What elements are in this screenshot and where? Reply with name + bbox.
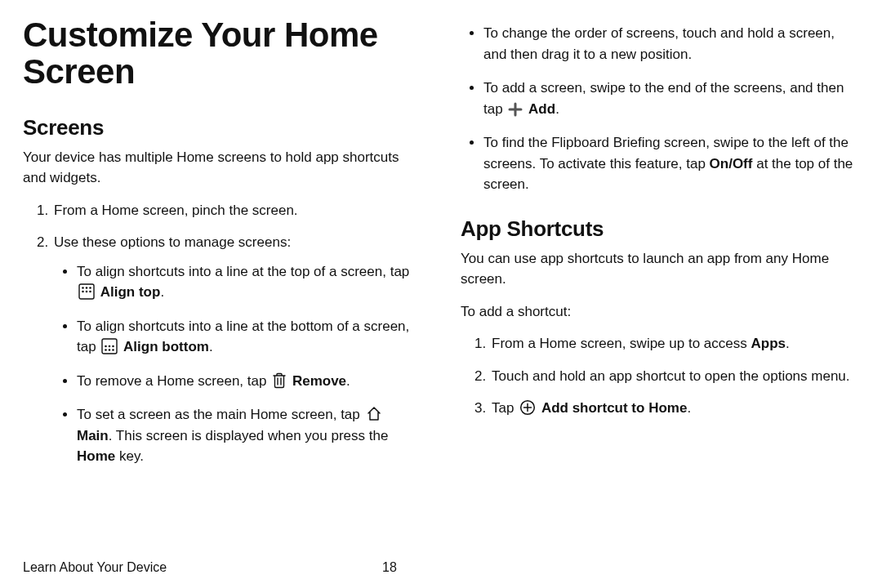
align-top-icon	[78, 283, 95, 300]
left-column: Customize Your Home Screen Screens Your …	[23, 16, 421, 554]
screens-step-2: Use these options to manage screens: To …	[52, 232, 421, 467]
svg-point-3	[89, 287, 91, 289]
svg-point-1	[82, 287, 84, 289]
apps-step-3: Tap Add shortcut to Home.	[490, 398, 859, 419]
svg-point-6	[89, 291, 91, 293]
plus-icon	[508, 102, 523, 117]
page-title: Customize Your Home Screen	[23, 16, 421, 91]
apps-step-1-label: Apps	[751, 336, 786, 351]
screens-steps: From a Home screen, pinch the screen. Us…	[52, 200, 421, 467]
bullet-align-top-text: To align shortcuts into a line at the to…	[77, 264, 409, 279]
bullet-main: To set a screen as the main Home screen,…	[77, 404, 421, 467]
bullet-align-top-period: .	[160, 284, 164, 300]
app-shortcuts-lead: To add a shortcut:	[461, 301, 859, 323]
bullet-remove-label: Remove	[292, 373, 346, 389]
bullet-align-bottom-period: .	[209, 339, 213, 354]
bullet-add-screen: To add a screen, swipe to the end of the…	[483, 78, 859, 119]
screens-step-1: From a Home screen, pinch the screen.	[52, 200, 421, 221]
apps-step-1-text: From a Home screen, swipe up to access	[492, 336, 751, 351]
svg-point-13	[113, 349, 115, 351]
bullet-main-home-key: Home	[77, 448, 115, 464]
apps-step-2: Touch and hold an app shortcut to open t…	[490, 366, 859, 387]
svg-point-11	[105, 349, 108, 351]
bullet-add-screen-label: Add	[528, 101, 555, 117]
svg-point-12	[109, 349, 111, 351]
page-footer: Learn About Your Device 18	[23, 554, 859, 575]
svg-point-9	[109, 345, 111, 348]
bullet-flipboard-label: On/Off	[710, 156, 753, 172]
trash-icon	[272, 372, 287, 389]
svg-point-4	[82, 291, 84, 293]
bullet-align-top: To align shortcuts into a line at the to…	[77, 261, 421, 303]
apps-step-3-label: Add shortcut to Home	[541, 400, 688, 416]
app-shortcuts-intro: You can use app shortcuts to launch an a…	[461, 248, 859, 290]
align-bottom-icon	[101, 338, 118, 354]
screens-intro: Your device has multiple Home screens to…	[23, 147, 421, 189]
apps-step-3-text: Tap	[492, 400, 518, 416]
bullet-flipboard: To find the Flipboard Briefing screen, s…	[483, 132, 859, 195]
svg-point-5	[86, 291, 88, 293]
manage-screens-bullets-continued: To change the order of screens, touch an…	[483, 23, 859, 195]
bullet-align-top-label: Align top	[100, 284, 161, 300]
bullet-remove-text: To remove a Home screen, tap	[77, 373, 270, 389]
bullet-align-bottom-label: Align bottom	[123, 339, 209, 354]
two-column-layout: Customize Your Home Screen Screens Your …	[23, 16, 859, 554]
heading-screens: Screens	[23, 115, 421, 140]
bullet-remove-period: .	[346, 373, 350, 389]
footer-section-label: Learn About Your Device	[23, 560, 382, 575]
svg-point-2	[86, 287, 88, 289]
bullet-add-screen-period: .	[555, 101, 559, 117]
circle-plus-icon	[519, 399, 536, 416]
apps-step-3-period: .	[687, 400, 691, 416]
svg-point-8	[105, 345, 108, 348]
app-shortcuts-steps: From a Home screen, swipe up to access A…	[490, 333, 859, 419]
apps-step-1: From a Home screen, swipe up to access A…	[490, 333, 859, 354]
screens-step-2-text: Use these options to manage screens:	[54, 234, 291, 250]
bullet-main-mid: . This screen is displayed when you pres…	[109, 428, 389, 443]
manage-screens-bullets: To align shortcuts into a line at the to…	[77, 261, 421, 467]
heading-app-shortcuts: App Shortcuts	[461, 216, 859, 242]
bullet-align-bottom: To align shortcuts into a line at the bo…	[77, 316, 421, 358]
bullet-main-text: To set a screen as the main Home screen,…	[77, 407, 364, 422]
bullet-reorder: To change the order of screens, touch an…	[483, 23, 859, 65]
bullet-main-tail: key.	[115, 448, 144, 464]
svg-point-10	[113, 345, 115, 348]
apps-step-1-period: .	[786, 336, 790, 351]
footer-page-number: 18	[382, 560, 397, 575]
bullet-remove: To remove a Home screen, tap Remove.	[77, 371, 421, 392]
bullet-main-label: Main	[77, 428, 109, 443]
manual-page: Customize Your Home Screen Screens Your …	[0, 0, 882, 588]
right-column: To change the order of screens, touch an…	[461, 16, 859, 554]
home-icon	[366, 406, 382, 422]
